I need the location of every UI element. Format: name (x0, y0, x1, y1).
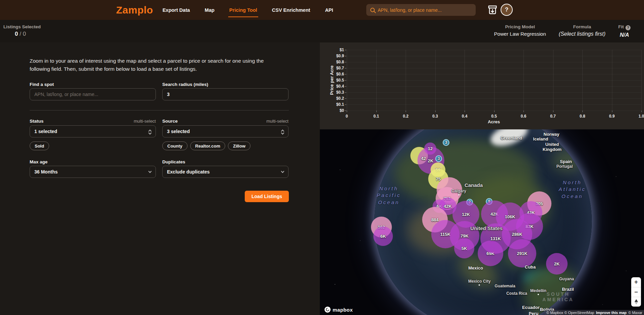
nav-menu: Export DataMapPricing ToolCSV Enrichment… (163, 7, 333, 13)
nav-item-export-data[interactable]: Export Data (163, 7, 190, 13)
improve-map-link[interactable]: Improve this map (596, 311, 626, 315)
map-cluster-count: 2K (428, 158, 434, 163)
globe (374, 129, 592, 315)
map-cluster-count: 5K (462, 246, 467, 251)
map-cluster-count: 6K (380, 234, 386, 239)
mapbox-logo-text: mapbox (333, 307, 353, 313)
status-chips: Sold (30, 141, 49, 150)
chart-tick (406, 111, 406, 112)
chart-x-tick-label: 0.1 (373, 114, 379, 119)
nav-item-pricing-tool[interactable]: Pricing Tool (229, 7, 257, 13)
chart-x-tick-label: 0.9 (609, 114, 615, 119)
chart-tick (523, 111, 524, 112)
chart-y-tick-label: $0.2 (321, 96, 344, 101)
status-select[interactable]: 1 selected (30, 125, 156, 137)
chart-tick (345, 62, 346, 62)
duplicates-select[interactable]: Exclude duplicates (162, 166, 289, 178)
listings-selected: Listings Selected 0 / 0 (3, 24, 41, 37)
map-cluster[interactable]: 291K (508, 239, 536, 267)
nav-search-input[interactable] (378, 7, 472, 13)
nav-item-csv-enrichment[interactable]: CSV Enrichment (272, 7, 310, 13)
chart-y-axis-title: Price per Acre (329, 65, 334, 95)
listings-count-total: / 0 (20, 31, 26, 37)
summary-bar: Listings Selected 0 / 0 Pricing Model Po… (0, 20, 644, 42)
attribution-credits: © Mapbox © OpenStreetMap (546, 311, 594, 315)
help-icon[interactable]: ? (501, 4, 513, 16)
chart-x-tick-label: 0.2 (403, 114, 409, 119)
chart-tick (376, 111, 377, 112)
chart-x-tick-label: 0.5 (491, 114, 497, 119)
fit-help-icon[interactable]: ? (625, 25, 631, 30)
status-label: Status (30, 119, 43, 124)
filter-chip[interactable]: Realtor.com (190, 141, 225, 150)
chart-tick (641, 111, 642, 112)
load-listings-button[interactable]: Load Listings (245, 191, 289, 202)
zoom-in-button[interactable]: + (631, 277, 641, 287)
filter-chip[interactable]: Sold (30, 141, 49, 150)
map-cluster-count: 12 (428, 146, 433, 151)
map-cluster[interactable]: 2K (546, 253, 568, 275)
find-a-spot-label: Find a spot (30, 82, 54, 87)
export-tray-icon[interactable] (486, 4, 499, 16)
chart-tick (612, 111, 612, 112)
chevron-updown-icon (281, 129, 284, 134)
fit: Fit? N/A (618, 24, 631, 38)
map[interactable]: 123422K359757536K42K2912K8841626K115K79K… (320, 129, 644, 315)
listings-selected-count: 0 / 0 (15, 31, 41, 37)
map-cluster[interactable]: 6K (373, 226, 393, 246)
max-age-label: Max age (30, 159, 47, 164)
chart-tick (345, 111, 346, 111)
map-cluster-count: 3 (438, 156, 440, 161)
formula-value: (Select listings first) (559, 31, 606, 37)
search-radius-input[interactable] (162, 88, 289, 100)
compass-button[interactable] (631, 297, 641, 307)
model-summary: Pricing Model Power Law Regression Formu… (494, 24, 631, 38)
form-divider (30, 110, 289, 111)
fit-value: N/A (618, 32, 631, 38)
mapbox-logo-icon (325, 307, 331, 313)
map-cluster[interactable]: 5K (454, 238, 474, 258)
chart-gridline (376, 50, 377, 111)
chart-gridline (553, 50, 553, 111)
map-cluster-count: 291K (517, 251, 527, 256)
chart-tick (345, 98, 346, 99)
chart-y-tick-label: $0.9 (321, 54, 344, 58)
mapbox-logo[interactable]: mapbox (325, 307, 353, 313)
chart-tick (345, 56, 346, 56)
map-cluster-count: 42 (421, 156, 426, 161)
formula-label: Formula (559, 24, 606, 29)
chart-gridline (582, 50, 583, 111)
chart-y-tick-label: $0.1 (321, 102, 344, 107)
map-cluster-count: 3 (445, 140, 447, 145)
fit-label-text: Fit (618, 24, 624, 29)
chart-tick (435, 111, 436, 112)
source-select[interactable]: 3 selected (162, 125, 289, 137)
nav-item-api[interactable]: API (325, 7, 333, 13)
pricing-model-value: Power Law Regression (494, 31, 546, 37)
attribution-maxar: © Maxar (628, 311, 642, 315)
instructions-text: Zoom in to your area of interest using t… (30, 57, 279, 73)
chart-tick (553, 111, 553, 112)
chart-x-tick-label: 0 (346, 114, 348, 119)
filter-chip[interactable]: Zillow (228, 141, 250, 150)
map-cluster[interactable]: 3 (435, 155, 442, 162)
nav-item-map[interactable]: Map (205, 7, 214, 13)
map-cluster[interactable]: 131K (480, 223, 511, 254)
find-a-spot-input[interactable] (30, 88, 156, 100)
pricing-tool-app: Zamplo Export DataMapPricing ToolCSV Enr… (0, 0, 644, 315)
chart-x-tick-label: 0.7 (550, 114, 556, 119)
nav-search (366, 4, 476, 16)
chart-x-tick-label: 0.3 (432, 114, 438, 119)
pricing-model: Pricing Model Power Law Regression (494, 24, 546, 38)
top-nav: Zamplo Export DataMapPricing ToolCSV Enr… (0, 0, 644, 20)
app-logo[interactable]: Zamplo (116, 4, 153, 16)
zoom-out-button[interactable]: − (631, 287, 641, 297)
filter-chip[interactable]: County (162, 141, 188, 150)
map-cluster[interactable]: 12 (424, 143, 436, 155)
max-age-select[interactable]: 36 Months (30, 166, 156, 178)
chart-tick (494, 111, 495, 112)
chart-tick (582, 111, 583, 112)
chart-tick (345, 80, 346, 81)
map-cluster[interactable]: 3 (443, 139, 449, 146)
chart-gridline (523, 50, 524, 111)
